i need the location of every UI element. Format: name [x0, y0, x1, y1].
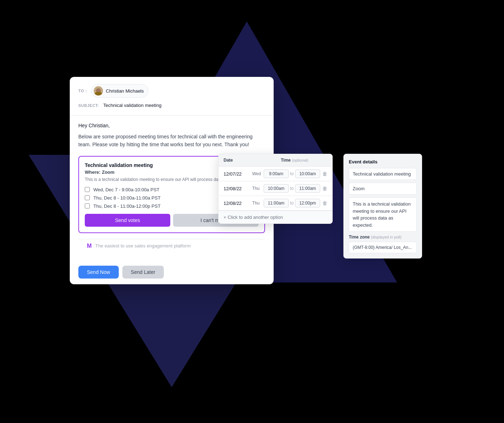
dt-start-3[interactable]	[264, 199, 289, 207]
recipient-name: Christian Michaels	[106, 88, 144, 94]
add-option-row[interactable]: + Click to add another option	[219, 211, 332, 223]
dt-date-3: 12/08/22	[224, 201, 252, 206]
email-footer: M The easiest to use sales engagement pl…	[78, 239, 265, 253]
to-row: TO : Christian Michaels	[78, 84, 265, 98]
dt-to-2: to	[290, 186, 294, 191]
dt-day-2: Thu	[252, 186, 264, 191]
dt-delete-1[interactable]: 🗑	[322, 171, 327, 177]
dt-date-2: 12/08/22	[224, 186, 252, 191]
email-greeting: Hey Christian,	[78, 123, 265, 128]
datetime-row-2: 12/08/22 Thu to 🗑	[219, 181, 332, 196]
dt-day-1: Wed	[252, 171, 264, 176]
timezone-section-label: Time zone (displayed in poll)	[349, 235, 417, 240]
subject-label: SUBJECT:	[78, 103, 99, 108]
send-later-button[interactable]: Send Later	[122, 266, 164, 279]
event-description-field[interactable]: This is a technical validation meeting t…	[349, 197, 417, 232]
dt-end-3[interactable]	[295, 199, 320, 207]
subject-value: Technical validation meeting	[103, 103, 162, 108]
datetime-row-1: 12/07/22 Wed to 🗑	[219, 167, 332, 181]
dt-end-2[interactable]	[295, 184, 320, 193]
datetime-panel: Date Time (optional) 12/07/22 Wed to 🗑 1…	[218, 154, 333, 224]
dt-day-3: Thu	[252, 201, 264, 206]
avatar	[94, 86, 103, 95]
dt-end-1[interactable]	[295, 169, 320, 178]
poll-option-label-1: Wed, Dec 7 - 9:00a-10:00a PST	[93, 187, 160, 192]
event-details-title: Event details	[349, 159, 417, 164]
poll-checkbox-3[interactable]	[85, 203, 90, 208]
mixmax-logo-icon: M	[87, 243, 92, 249]
poll-where-value: Zoom	[102, 169, 114, 175]
poll-where-label: Where:	[85, 169, 101, 175]
dt-to-1: to	[290, 171, 294, 176]
time-column-label: Time (optional)	[281, 158, 327, 163]
email-header: TO : Christian Michaels SUBJECT: Technic…	[70, 77, 274, 115]
poll-checkbox-2[interactable]	[85, 195, 90, 200]
poll-checkbox-1[interactable]	[85, 187, 90, 192]
timezone-field[interactable]: (GMT-8:00) America/ Los_An...	[349, 242, 417, 253]
send-votes-button[interactable]: Send votes	[85, 214, 170, 227]
datetime-header: Date Time (optional)	[219, 154, 332, 167]
date-column-label: Date	[224, 158, 281, 163]
dt-start-1[interactable]	[264, 169, 289, 178]
dt-to-3: to	[290, 201, 294, 206]
dt-date-1: 12/07/22	[224, 171, 252, 177]
email-actions: Send Now Send Later	[70, 260, 274, 284]
recipient-chip[interactable]: Christian Michaels	[91, 84, 148, 98]
to-label: TO :	[78, 89, 87, 93]
footer-tagline: The easiest to use sales engagement plat…	[95, 243, 191, 249]
datetime-row-3: 12/08/22 Thu to 🗑	[219, 196, 332, 211]
event-details-panel: Event details Technical validation meeti…	[343, 154, 422, 259]
dt-delete-3[interactable]: 🗑	[322, 200, 327, 206]
send-now-button[interactable]: Send Now	[78, 266, 119, 279]
event-name-field[interactable]: Technical validation meeting	[349, 168, 417, 180]
dt-start-2[interactable]	[264, 184, 289, 193]
poll-option-label-3: Thu, Dec 8 - 11:00a-12:00p PST	[93, 203, 161, 209]
subject-row: SUBJECT: Technical validation meeting	[78, 103, 265, 108]
poll-option-label-2: Thu, Dec 8 - 10:00a-11:00a PST	[93, 195, 161, 201]
email-body-text: Below are some proposed meeting times fo…	[78, 133, 265, 149]
event-location-field[interactable]: Zoom	[349, 183, 417, 195]
dt-delete-2[interactable]: 🗑	[322, 186, 327, 191]
